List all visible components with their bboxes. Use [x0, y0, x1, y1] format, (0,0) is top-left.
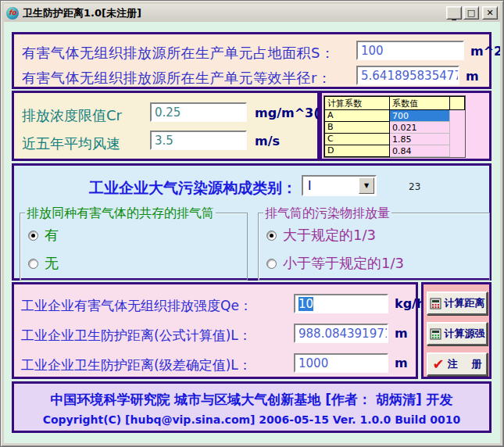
volume-groupbox: 排气筒的污染物排放量 大于规定的1/3 小于等于规定的1/3 — [258, 213, 490, 281]
row-filler — [450, 122, 465, 134]
wind-label: 近五年平均风速 — [22, 134, 120, 153]
distance-grade-input[interactable]: 1000 — [294, 353, 388, 373]
client-area: 有害气体无组织排放源所在生产单元占地面积S： 100 m^2 有害气体无组织排放… — [4, 22, 500, 443]
category-selected-value: I — [308, 179, 311, 193]
close-icon: ✕ — [486, 9, 493, 17]
chevron-down-icon: ▼ — [364, 182, 369, 189]
calculator-green-icon — [430, 328, 441, 340]
table-row: C 1.85 — [324, 134, 465, 145]
concentration-input[interactable]: 0.25 — [150, 102, 247, 122]
option-label: 大于规定的1/3 — [283, 226, 376, 245]
coef-name-cell[interactable]: D — [324, 145, 390, 157]
radio-checked-icon[interactable] — [28, 231, 38, 241]
table-row: D 0.84 — [324, 145, 465, 157]
app-window: fo 卫生防护距离1.0[未注册] _ □ ✕ 有害气体无组织排放源所在生产单元… — [0, 0, 504, 447]
distance-grade-label: 工业企业卫生防护距离(级差确定值)L： — [21, 356, 252, 374]
calc-source-button[interactable]: 计算源强 — [427, 322, 488, 345]
coefficient-table: 计算系数 系数值 A 700 B 0.021 — [323, 95, 466, 158]
wind-unit: m/s — [255, 134, 280, 148]
radius-unit: m — [466, 69, 479, 84]
volume-option-greater[interactable]: 大于规定的1/3 — [266, 226, 376, 245]
area-label: 有害气体无组织排放源所在生产单元占地面积S： — [22, 44, 334, 63]
coexist-groupbox-title: 排放同种有害气体的共存的排气筒 — [25, 206, 216, 222]
register-button[interactable]: ✔ 注 册 — [427, 352, 488, 376]
table-header-filler — [450, 96, 465, 110]
footer-credit: 中国环境科学研究院 城市与区域大气创新基地 [作者： 胡炳清] 开发 — [14, 391, 489, 409]
section-category: 工业企业大气污染源构成类别： I ▼ 23 排放同种有害气体的共存的排气筒 有 … — [12, 163, 491, 281]
option-label: 无 — [45, 254, 59, 273]
coef-name-cell[interactable]: C — [324, 134, 390, 145]
distance-formula-input[interactable]: 988.0843919711 — [294, 324, 388, 343]
section-results: 工业企业有害气体无组织排放强度Qe： 10 kg/h 工业企业卫生防护距离(公式… — [12, 282, 418, 379]
area-input[interactable]: 100 — [356, 41, 464, 60]
table-row: B 0.021 — [324, 122, 465, 134]
button-label: 计算距离 — [445, 296, 485, 310]
option-label: 小于等于规定的1/3 — [283, 254, 404, 273]
button-label: 计算源强 — [445, 327, 485, 341]
option-label: 有 — [45, 226, 59, 245]
coef-name-cell[interactable]: A — [324, 110, 390, 122]
category-label: 工业企业大气污染源构成类别： — [89, 178, 297, 198]
button-label: 注 册 — [447, 357, 481, 371]
row-filler — [450, 110, 465, 122]
section-source: 有害气体无组织排放源所在生产单元占地面积S： 100 m^2 有害气体无组织排放… — [12, 32, 491, 89]
radio-icon[interactable] — [266, 259, 277, 269]
radio-icon[interactable] — [28, 259, 38, 269]
calculator-red-icon — [430, 298, 441, 309]
footer-copyright: Copyright(C) [hubq@vip.sina.com] 2006-05… — [14, 413, 489, 426]
maximize-icon: □ — [467, 9, 475, 17]
calc-distance-button[interactable]: 计算距离 — [427, 291, 488, 315]
title-bar: fo 卫生防护距离1.0[未注册] _ □ ✕ — [4, 4, 500, 22]
section-coefficients: 计算系数 系数值 A 700 B 0.021 — [320, 91, 491, 161]
table-row: A 700 — [324, 110, 465, 122]
distance-grade-unit: m — [395, 356, 408, 370]
coef-name-cell[interactable]: B — [324, 122, 390, 134]
table-header-coef: 计算系数 — [324, 96, 390, 110]
section-params: 排放浓度限值Cr 0.25 mg/m^3(N) 近五年平均风速 3.5 m/s — [12, 91, 320, 161]
radio-checked-icon[interactable] — [266, 231, 277, 241]
close-button[interactable]: ✕ — [482, 6, 498, 20]
coef-value-cell[interactable]: 700 — [390, 110, 450, 122]
minimize-button[interactable]: _ — [446, 6, 462, 20]
volume-option-lesser[interactable]: 小于等于规定的1/3 — [266, 254, 404, 273]
row-filler — [450, 145, 465, 157]
volume-groupbox-title: 排气筒的污染物排放量 — [263, 206, 391, 222]
window-title: 卫生防护距离1.0[未注册] — [23, 6, 442, 20]
footer: 中国环境科学研究院 城市与区域大气创新基地 [作者： 胡炳清] 开发 Copyr… — [12, 381, 491, 433]
radius-label: 有害气体无组织排放源所在生产单元等效半径r： — [22, 69, 331, 88]
coexist-option-no[interactable]: 无 — [28, 254, 59, 273]
coef-value-cell[interactable]: 0.84 — [390, 145, 450, 157]
dropdown-button[interactable]: ▼ — [359, 177, 374, 194]
section-buttons: 计算距离 计算源强 ✔ 注 册 — [421, 282, 491, 379]
area-unit: m^2 — [470, 44, 500, 59]
row-filler — [450, 134, 465, 145]
distance-formula-label: 工业企业卫生防护距离(公式计算值)L： — [21, 327, 252, 345]
check-icon: ✔ — [432, 357, 444, 371]
intensity-label: 工业企业有害气体无组织排放强度Qe： — [21, 297, 252, 315]
distance-formula-unit: m — [395, 326, 408, 341]
category-note: 23 — [409, 181, 420, 192]
concentration-label: 排放浓度限值Cr — [22, 106, 122, 125]
selected-text: 10 — [298, 297, 313, 311]
wind-input[interactable]: 3.5 — [150, 131, 247, 150]
coexist-groupbox: 排放同种有害气体的共存的排气筒 有 无 — [20, 213, 248, 281]
maximize-button[interactable]: □ — [463, 6, 479, 20]
app-icon: fo — [6, 7, 19, 20]
radius-input[interactable]: 5.6418958354775 — [356, 66, 459, 85]
category-dropdown[interactable]: I ▼ — [302, 175, 377, 196]
table-header-value: 系数值 — [390, 96, 450, 110]
coexist-option-yes[interactable]: 有 — [28, 226, 59, 245]
coef-value-cell[interactable]: 0.021 — [390, 122, 450, 134]
coef-value-cell[interactable]: 1.85 — [390, 134, 450, 145]
intensity-input[interactable]: 10 — [294, 294, 388, 313]
minimize-icon: _ — [452, 11, 456, 20]
